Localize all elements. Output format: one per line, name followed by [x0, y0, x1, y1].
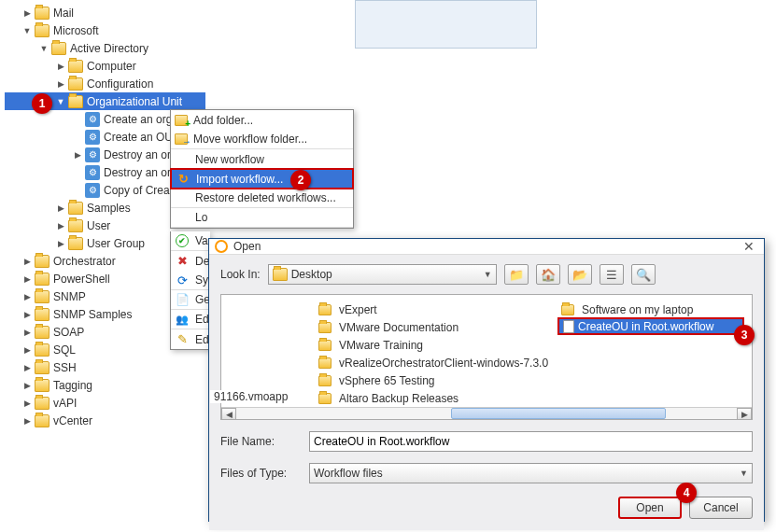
- chevron-right-icon[interactable]: ▶: [21, 398, 33, 409]
- tree-item-computer[interactable]: ▶Computer: [5, 57, 205, 75]
- scroll-thumb[interactable]: [451, 408, 666, 419]
- clipped-filename: 91166.vmoapp: [210, 390, 291, 403]
- file-name: vRealizeOrchestratorClient-windows-7.3.0: [339, 357, 548, 370]
- tree-item-configuration[interactable]: ▶Configuration: [5, 75, 205, 92]
- ctx-delete[interactable]: De: [171, 251, 210, 271]
- new-folder-button[interactable]: 📂: [568, 264, 592, 285]
- folder-icon: [318, 304, 332, 315]
- document-icon: [563, 320, 574, 333]
- file-name-row: File Name:: [220, 431, 753, 452]
- tree-item-vcenter[interactable]: ▶vCenter: [5, 412, 205, 429]
- chevron-right-icon[interactable]: ▶: [21, 327, 33, 338]
- pdf-icon: [175, 292, 190, 307]
- file-item[interactable]: Software on my laptop: [557, 301, 744, 318]
- open-dialog: Open ✕ Look In: Desktop ▼ 📁 🏠 📂 ☰ 🔍 vExp…: [208, 238, 765, 522]
- callout-4: 4: [676, 483, 697, 503]
- file-name-input[interactable]: [309, 431, 753, 452]
- tree-item-ad[interactable]: ▼Active Directory: [5, 39, 205, 57]
- chevron-down-icon[interactable]: ▼: [21, 25, 33, 36]
- workflow-icon: [85, 147, 100, 162]
- tree-item-tagging[interactable]: ▶Tagging: [5, 376, 205, 394]
- folder-icon: [35, 397, 49, 410]
- folder-icon: [35, 7, 49, 20]
- folder-icon: [561, 304, 574, 315]
- chevron-right-icon[interactable]: ▶: [55, 220, 66, 231]
- chevron-right-icon[interactable]: ▶: [55, 238, 66, 249]
- tree-label: Configuration: [87, 77, 153, 91]
- folder-icon: [35, 326, 49, 339]
- button-label: Open: [636, 501, 663, 514]
- dialog-titlebar: Open ✕: [209, 239, 764, 255]
- ctx-import-workflow[interactable]: Import workflow...: [170, 168, 354, 189]
- ctx-label: Va: [195, 234, 208, 247]
- files-type-select[interactable]: Workflow files ▼: [309, 463, 753, 483]
- tree-label: Samples: [87, 202, 131, 215]
- cancel-button[interactable]: Cancel: [689, 497, 753, 519]
- chevron-right-icon[interactable]: ▶: [21, 256, 33, 267]
- chevron-right-icon[interactable]: ▶: [55, 61, 66, 72]
- file-item[interactable]: Altaro Backup Releases: [315, 389, 557, 407]
- tree-item-microsoft[interactable]: ▼Microsoft: [5, 21, 205, 39]
- tree-item-mail[interactable]: ▶Mail: [5, 4, 205, 21]
- folder-icon: [68, 77, 83, 91]
- chevron-right-icon[interactable]: ▶: [72, 149, 83, 161]
- scroll-left-button[interactable]: ◀: [221, 408, 236, 420]
- file-name: Altaro Backup Releases: [339, 392, 459, 405]
- folder-icon: [35, 414, 49, 427]
- chevron-right-icon[interactable]: ▶: [21, 309, 33, 320]
- look-in-label: Look In:: [220, 268, 261, 281]
- tree-label: PowerShell: [53, 273, 110, 286]
- file-name: CreateOU in Root.workflow: [578, 320, 713, 333]
- detail-view-button[interactable]: 🔍: [631, 264, 656, 285]
- file-item[interactable]: vSphere 65 Testing: [315, 371, 557, 389]
- home-button[interactable]: 🏠: [536, 264, 560, 285]
- file-item[interactable]: vExpert: [315, 301, 557, 318]
- tree-label: Copy of Crea: [104, 184, 170, 197]
- chevron-right-icon[interactable]: ▶: [21, 362, 33, 373]
- up-folder-button[interactable]: 📁: [504, 264, 529, 285]
- chevron-right-icon[interactable]: ▶: [21, 7, 33, 19]
- chevron-right-icon[interactable]: ▶: [21, 291, 33, 302]
- chevron-down-icon[interactable]: ▼: [55, 96, 66, 107]
- ctx-validate[interactable]: Va: [171, 231, 210, 251]
- chevron-down-icon[interactable]: ▼: [38, 43, 49, 54]
- list-view-button[interactable]: ☰: [600, 264, 624, 285]
- tree-item-ssh[interactable]: ▶SSH: [5, 358, 205, 376]
- folder-icon: [318, 393, 332, 404]
- tree-label: Tagging: [53, 379, 92, 392]
- close-icon[interactable]: ✕: [740, 239, 758, 254]
- ctx-add-folder[interactable]: Add folder...: [171, 110, 353, 130]
- chevron-right-icon[interactable]: ▶: [21, 380, 33, 391]
- users-icon: [175, 312, 190, 327]
- chevron-right-icon[interactable]: ▶: [21, 344, 33, 356]
- chevron-right-icon[interactable]: ▶: [55, 78, 66, 90]
- callout-2: 2: [290, 170, 311, 190]
- tree-item-vapi[interactable]: ▶vAPI: [5, 394, 205, 412]
- ctx-edit[interactable]: Ed: [171, 329, 210, 349]
- chevron-right-icon[interactable]: ▶: [21, 415, 33, 427]
- ctx-lo[interactable]: Lo: [171, 208, 353, 228]
- ctx-move-folder[interactable]: Move workflow folder...: [171, 130, 353, 149]
- scroll-track[interactable]: [236, 408, 737, 420]
- scroll-right-button[interactable]: ▶: [737, 408, 752, 420]
- file-list[interactable]: vExpert VMware Documentation VMware Trai…: [220, 294, 753, 420]
- file-item[interactable]: VMware Documentation: [315, 318, 557, 336]
- file-item-selected[interactable]: CreateOU in Root.workflow: [557, 317, 744, 335]
- tree-label: SNMP: [53, 290, 86, 303]
- ctx-new-workflow[interactable]: New workflow: [171, 149, 353, 169]
- look-in-select[interactable]: Desktop ▼: [268, 264, 497, 285]
- callout-3: 3: [734, 325, 755, 345]
- open-button[interactable]: Open: [618, 497, 682, 519]
- ctx-pdf[interactable]: Ge: [171, 290, 210, 310]
- ctx-sync[interactable]: Sy: [171, 271, 210, 290]
- file-item[interactable]: VMware Training: [315, 336, 557, 354]
- import-icon: [176, 172, 190, 187]
- horizontal-scrollbar[interactable]: ◀ ▶: [221, 407, 752, 420]
- ctx-restore[interactable]: Restore deleted workflows...: [171, 189, 353, 208]
- chevron-right-icon[interactable]: ▶: [55, 203, 66, 214]
- chevron-right-icon[interactable]: ▶: [21, 273, 33, 285]
- folder-icon: [35, 273, 49, 286]
- ctx-users[interactable]: Ed: [171, 310, 210, 329]
- file-item[interactable]: vRealizeOrchestratorClient-windows-7.3.0: [315, 354, 557, 371]
- folder-icon: [35, 361, 49, 374]
